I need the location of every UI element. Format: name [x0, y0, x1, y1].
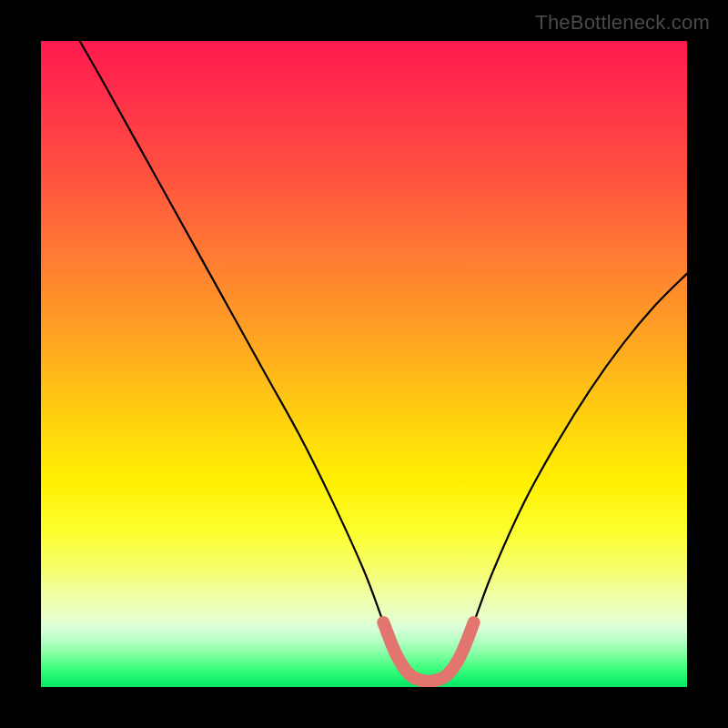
chart-frame: TheBottleneck.com [0, 0, 728, 728]
plot-area [41, 41, 687, 687]
watermark-text: TheBottleneck.com [535, 11, 710, 35]
gradient-background [41, 41, 687, 687]
